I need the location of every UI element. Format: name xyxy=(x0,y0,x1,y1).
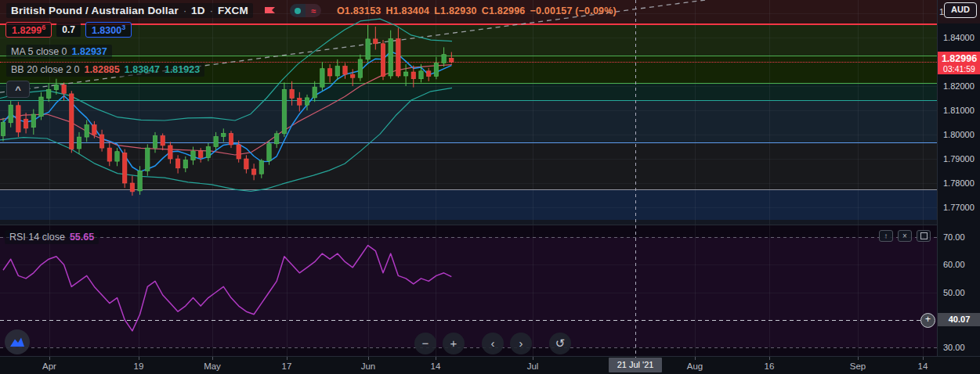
candle-body xyxy=(343,67,347,75)
mountain-chart-icon xyxy=(9,336,25,347)
scroll-left-button[interactable]: ‹ xyxy=(482,333,504,354)
legend-collapse-button[interactable]: ^ xyxy=(6,81,30,98)
symbol-legend-row[interactable]: British Pound / Australian Dollar · 1D ·… xyxy=(6,3,617,18)
squiggle-icon: ≈ xyxy=(306,4,321,17)
candle-body xyxy=(168,146,172,159)
price-tick-label: 1.77000 xyxy=(943,203,975,212)
candle-body xyxy=(115,152,119,161)
candle-body xyxy=(237,145,240,159)
candle-body xyxy=(24,119,27,128)
candle-body xyxy=(47,89,51,98)
candle-body xyxy=(77,137,81,149)
candle-body xyxy=(313,87,316,98)
candle-body xyxy=(222,134,226,137)
candle-body xyxy=(259,161,263,174)
zoom-in-button[interactable]: + xyxy=(443,333,465,354)
time-tick-label: 14 xyxy=(918,361,928,371)
time-tick-mark xyxy=(436,357,436,360)
bid-price-button[interactable]: 1.82996 xyxy=(5,22,52,38)
price-tick-label: 1.82000 xyxy=(943,81,975,91)
interval-label[interactable]: 1D xyxy=(191,5,205,16)
candle-body xyxy=(206,147,210,158)
crosshair-plus-icon[interactable]: + xyxy=(920,313,935,328)
candle-body xyxy=(123,153,127,183)
bb-basis-line xyxy=(0,65,452,155)
candle-body xyxy=(298,99,302,106)
rsi-crosshair-badge: 40.07 xyxy=(938,313,980,326)
candle-body xyxy=(191,151,195,160)
candle-body xyxy=(153,136,157,149)
candle-body xyxy=(31,114,35,128)
candle-body xyxy=(374,39,378,44)
maximize-icon xyxy=(920,232,928,239)
time-axis[interactable]: Apr19May17Jun14JulAug16Sep14 21 Jul '21 xyxy=(0,356,980,374)
logo-button[interactable] xyxy=(5,329,30,354)
separator-dot: · xyxy=(210,5,213,16)
flag-symbol-icon[interactable] xyxy=(264,5,276,16)
symbol-title[interactable]: British Pound / Australian Dollar xyxy=(11,5,179,16)
candle-body xyxy=(450,58,454,62)
candle-body xyxy=(199,151,203,157)
spread-value: 0.7 xyxy=(56,23,81,37)
time-tick-label: Sep xyxy=(850,361,866,371)
candle-body xyxy=(130,183,134,192)
time-tick-mark xyxy=(139,357,139,360)
rsi-label: RSI 14 close xyxy=(9,232,65,243)
exchange-label[interactable]: FXCM xyxy=(218,5,248,16)
candle-body xyxy=(1,123,5,136)
candle-body xyxy=(244,159,248,169)
price-axis[interactable]: 1.840001.830001.820001.810001.800001.790… xyxy=(937,0,980,356)
market-status-toggle[interactable]: ≈ xyxy=(290,4,321,17)
ohlc-low: L1.82930 xyxy=(434,5,476,16)
zoom-out-button[interactable]: − xyxy=(414,333,436,354)
bb-lower-band-line xyxy=(0,88,452,191)
ma-legend-row[interactable]: MA 5 close 0 1.82937 xyxy=(6,45,112,59)
candle-body xyxy=(214,137,218,147)
chart-plot-area[interactable]: British Pound / Australian Dollar · 1D ·… xyxy=(0,0,937,356)
scroll-right-button[interactable]: › xyxy=(510,333,532,354)
maximize-pane-button[interactable] xyxy=(917,230,931,242)
time-tick-mark xyxy=(923,357,924,360)
ohlc-close: C1.82996 xyxy=(482,5,526,16)
candle-body xyxy=(54,85,58,90)
time-tick-mark xyxy=(695,357,696,360)
time-tick-mark xyxy=(533,357,533,360)
candle-body xyxy=(282,89,286,134)
bb-label: BB 20 close 2 0 xyxy=(11,64,80,75)
time-tick-label: 16 xyxy=(765,361,775,371)
candle-body xyxy=(92,125,96,135)
ohlc-open: O1.83153 xyxy=(337,5,382,16)
candle-body xyxy=(146,148,150,171)
candle-body xyxy=(335,67,339,76)
candle-body xyxy=(161,136,165,146)
rsi-pane-controls: ↑ × xyxy=(879,230,931,242)
bb-upper-value: 1.83847 xyxy=(125,64,160,75)
time-tick-label: May xyxy=(204,361,221,371)
rsi-value: 55.65 xyxy=(70,232,94,243)
time-tick-mark xyxy=(49,357,50,360)
candle-body xyxy=(389,39,392,76)
close-pane-button[interactable]: × xyxy=(898,230,912,242)
candle-body xyxy=(138,171,142,191)
bb-legend-row[interactable]: BB 20 close 2 0 1.82885 1.83847 1.81923 xyxy=(6,63,204,77)
reset-chart-button[interactable]: ↺ xyxy=(549,333,571,354)
ask-price-button[interactable]: 1.83003 xyxy=(85,22,132,38)
price-tick-label: 1.84000 xyxy=(943,33,975,42)
ma-value: 1.82937 xyxy=(72,46,107,57)
time-tick-label: Jun xyxy=(361,361,376,371)
rsi-legend-row[interactable]: RSI 14 close 55.65 xyxy=(5,230,99,244)
last-price-value: 1.82996 xyxy=(938,53,980,64)
bb-lower-value: 1.81923 xyxy=(165,64,200,75)
candle-body xyxy=(107,148,111,161)
candle-body xyxy=(39,97,43,117)
candle-body xyxy=(396,39,400,76)
rsi-tick-label: 50.00 xyxy=(943,288,965,297)
ohlc-high: H1.83404 xyxy=(385,5,429,16)
move-pane-up-button[interactable]: ↑ xyxy=(879,230,893,242)
last-price-badge: 1.82996 03:41:59 xyxy=(938,52,980,74)
candle-body xyxy=(99,135,103,148)
rsi-tick-label: 60.00 xyxy=(943,260,965,269)
candle-body xyxy=(411,72,415,79)
time-tick-label: 19 xyxy=(134,361,144,371)
currency-badge[interactable]: AUD xyxy=(944,2,977,18)
